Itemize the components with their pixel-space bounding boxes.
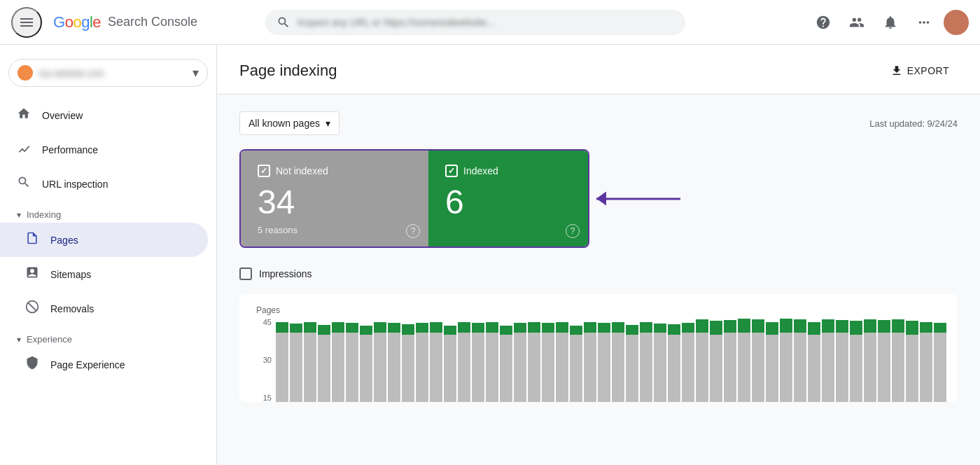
sidebar-performance-label: Performance [42,144,98,155]
bar-group [402,318,414,402]
bar-group [374,318,386,402]
not-indexed-header: Not indexed [258,165,412,177]
all-known-pages-dropdown[interactable]: All known pages ▾ [239,111,340,135]
header-actions [809,8,969,36]
bar-green [598,323,610,333]
bar-green [388,323,400,333]
export-label: EXPORT [907,65,949,76]
bar-group [360,318,372,402]
bar-group [710,318,722,402]
bar-green [416,323,428,333]
bar-group [486,318,498,402]
bar-gray [430,333,442,402]
not-indexed-card[interactable]: Not indexed 34 5 reasons ? [241,151,428,247]
bar-gray [598,333,610,402]
property-name: my-website.com [38,68,187,78]
bar-gray [794,333,806,402]
bar-gray [388,333,400,402]
bar-gray [892,333,904,402]
bar-group [444,318,456,402]
bar-green [682,323,694,333]
bar-gray [542,333,554,402]
bar-group [766,318,778,402]
bar-gray [486,333,498,402]
bar-green [892,319,904,333]
export-icon [890,64,903,77]
indexed-count: 6 [445,186,571,219]
bar-gray [318,335,330,402]
bar-gray [822,333,834,402]
help-button[interactable] [809,8,837,36]
bar-group [290,318,302,402]
bar-group [598,318,610,402]
bar-gray [514,333,526,402]
search-icon [276,15,290,29]
menu-button[interactable] [11,7,42,38]
pages-icon [25,231,39,249]
bar-group [458,318,470,402]
home-icon [17,106,31,124]
search-input[interactable] [298,17,674,28]
search-bar-container [265,10,685,35]
sidebar-item-removals[interactable]: Removals [0,291,208,326]
experience-section-label: Experience [27,334,72,345]
impressions-checkbox[interactable] [239,268,252,280]
bar-green [486,322,498,333]
sidebar-removals-label: Removals [50,303,94,314]
search-form[interactable] [265,10,685,35]
bar-gray [682,333,694,402]
bar-green [318,325,330,335]
bar-green [444,326,456,335]
bar-gray [640,333,652,402]
y-tick-30: 30 [251,356,276,364]
page-header: Page indexing EXPORT [217,45,980,95]
sidebar-item-pages[interactable]: Pages [0,223,208,257]
bar-gray [710,335,722,402]
stats-card-wrapper: Not indexed 34 5 reasons ? Indexed 6 ? [239,149,589,248]
sidebar-item-performance[interactable]: Performance [0,132,208,167]
bar-green [752,319,764,333]
accounts-button[interactable] [843,8,871,36]
experience-section-header[interactable]: ▾ Experience [0,326,216,347]
bar-green [402,324,414,335]
sidebar-url-inspection-label: URL inspection [42,179,108,190]
not-indexed-label: Not indexed [276,165,328,176]
sidebar-item-page-experience[interactable]: Page Experience [0,347,208,382]
bar-green [500,326,512,335]
bar-group [738,318,750,402]
y-axis: 45 30 15 [251,318,276,402]
indexed-card[interactable]: Indexed 6 ? [428,151,588,247]
property-selector[interactable]: my-website.com ▾ [8,59,208,87]
bar-group [346,318,358,402]
indexing-section-header[interactable]: ▾ Indexing [0,201,216,223]
bar-gray [780,333,792,402]
indexing-caret-icon: ▾ [17,210,21,220]
bar-group [836,318,848,402]
indexed-label: Indexed [463,165,498,176]
bar-green [836,320,848,333]
notifications-button[interactable] [876,8,904,36]
sidebar-item-url-inspection[interactable]: URL inspection [0,167,208,201]
bar-gray [654,333,666,402]
not-indexed-help-icon[interactable]: ? [406,224,420,238]
bar-group [822,318,834,402]
property-chevron-icon: ▾ [192,65,199,81]
bar-green [850,321,862,335]
bar-group [850,318,862,402]
bar-gray [304,333,316,402]
bar-group [794,318,806,402]
bar-gray [570,335,582,402]
sidebar-item-sitemaps[interactable]: Sitemaps [0,257,208,291]
impressions-row: Impressions [239,268,958,280]
sidebar-item-overview[interactable]: Overview [0,98,208,132]
avatar[interactable] [944,10,969,35]
bar-group [500,318,512,402]
bar-group [864,318,876,402]
indexed-help-icon[interactable]: ? [566,224,580,238]
product-name: Search Console [108,15,197,29]
bar-gray [584,333,596,402]
bar-gray [346,333,358,402]
apps-button[interactable] [910,8,938,36]
export-button[interactable]: EXPORT [882,59,958,83]
bar-green [458,322,470,333]
